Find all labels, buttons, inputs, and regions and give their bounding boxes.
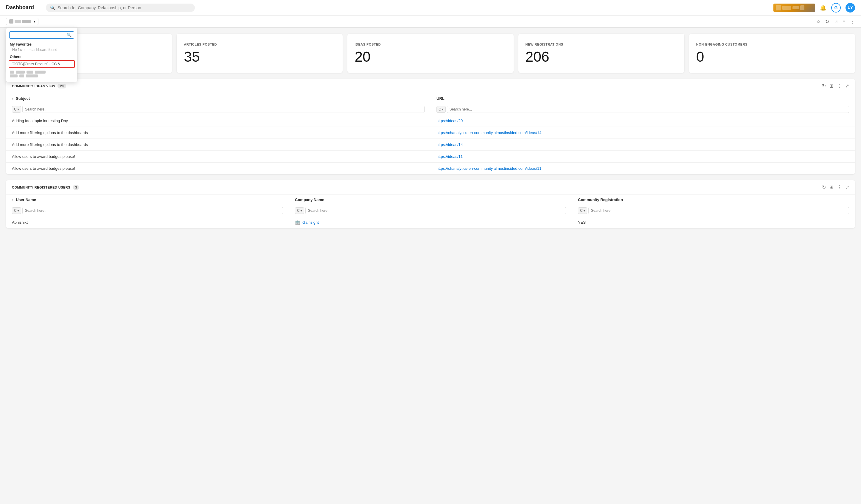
stat-card-new-registrations: NEW REGISTRATIONS 206: [518, 34, 684, 73]
col-user-name: ↑ User Name: [6, 194, 289, 205]
dashboard-selector[interactable]: ▾: [6, 18, 38, 25]
subject-filter[interactable]: C ▾: [12, 106, 425, 113]
registration-filter-input[interactable]: [588, 207, 849, 214]
avatar[interactable]: UY: [846, 3, 855, 13]
dashboard-dropdown: 🔍 My Favorites No favorite dashboard fou…: [6, 27, 78, 82]
ideas-filter-row: C ▾ C ▾: [6, 104, 855, 115]
ideas-table-toolbar: ↻ ⊞ ⋮ ⤢: [822, 83, 849, 89]
selector-block-1: [9, 19, 13, 24]
search-input[interactable]: [57, 5, 191, 10]
registration-filter[interactable]: C ▾: [578, 207, 849, 214]
others-label: Others: [6, 54, 77, 59]
more-options-icon[interactable]: ⋮: [850, 19, 855, 24]
ideas-expand-icon[interactable]: ⤢: [845, 83, 849, 89]
ideas-refresh-icon[interactable]: ↻: [822, 83, 826, 89]
url-filter[interactable]: C ▾: [436, 106, 849, 113]
table-row: Allow users to award badges please! http…: [6, 163, 855, 175]
page-title: Dashboard: [6, 4, 34, 11]
subject-filter-prefix[interactable]: C ▾: [12, 106, 21, 113]
col-registration: Community Registration: [572, 194, 855, 205]
dropdown-sub-items: [6, 69, 77, 80]
subject-cell-3: Allow users to award badges please!: [6, 151, 430, 163]
col-subject: ↑ Subject: [6, 93, 430, 104]
url-filter-input[interactable]: [447, 106, 849, 113]
company-filter[interactable]: C ▾: [295, 207, 566, 214]
registration-filter-prefix[interactable]: C ▾: [578, 207, 587, 214]
community-ideas-count: 20: [57, 84, 66, 88]
ideas-grid-icon[interactable]: ⊞: [830, 83, 833, 89]
registration-filter-cell: C ▾: [572, 205, 855, 216]
stat-cards-row: CUSTOMERS ENGAGEMENT 448 ARTICLES POSTED…: [6, 34, 855, 73]
url-link-0[interactable]: https://ideas/20: [436, 119, 463, 123]
stat-card-non-engaging: NON-ENGAGING CUSTOMERS 0: [689, 34, 855, 73]
brand-block-1: [776, 5, 781, 11]
sub-row-1: [10, 71, 73, 73]
table-row: Abhishikt 🏢 Gainsight YES: [6, 216, 855, 229]
community-users-title: COMMUNITY REGISTERED USERS: [12, 186, 70, 189]
sort-up-icon: ↑: [12, 97, 14, 100]
url-filter-chevron-icon: ▾: [442, 107, 443, 111]
stat-label-2: IDEAS POSTED: [355, 43, 506, 46]
users-expand-icon[interactable]: ⤢: [845, 185, 849, 190]
no-favorites-text: No favorite dashboard found: [6, 47, 77, 54]
subject-filter-cell: C ▾: [6, 104, 430, 115]
subject-filter-input[interactable]: [22, 106, 425, 113]
company-cell-0: 🏢 Gainsight: [289, 216, 572, 229]
share-icon[interactable]: ⑂: [843, 19, 846, 24]
gainsight-icon[interactable]: G: [831, 3, 841, 13]
user-name-filter[interactable]: C ▾: [12, 207, 283, 214]
user-name-filter-input[interactable]: [22, 207, 283, 214]
sort-up-icon: ↑: [12, 198, 14, 202]
users-filter-row: C ▾ C ▾: [6, 205, 855, 216]
building-icon: 🏢: [295, 220, 300, 224]
company-filter-prefix[interactable]: C ▾: [295, 207, 304, 214]
users-refresh-icon[interactable]: ↻: [822, 185, 826, 190]
user-name-filter-cell: C ▾: [6, 205, 289, 216]
selector-blocks: [9, 19, 31, 24]
url-link-1[interactable]: https://chanalytics-en-community.almosti…: [436, 131, 541, 135]
user-name-cell-0: Abhishikt: [6, 216, 289, 229]
url-link-3[interactable]: https://ideas/11: [436, 154, 463, 159]
selected-dashboard-item[interactable]: [OOTB][Cross Product] - CC &...: [9, 60, 75, 68]
sub-block-1: [10, 71, 14, 73]
url-filter-prefix[interactable]: C ▾: [436, 106, 446, 113]
company-filter-cell: C ▾: [289, 205, 572, 216]
url-link-4[interactable]: https://chanalytics-en-community.almosti…: [436, 166, 541, 171]
ideas-header-row: ↑ Subject URL: [6, 93, 855, 104]
sub-block-5: [10, 74, 17, 78]
users-header-row: ↑ User Name Company Name Community Regis…: [6, 194, 855, 205]
selector-block-3: [22, 20, 31, 23]
community-users-section: COMMUNITY REGISTERED USERS 3 ↻ ⊞ ⋮ ⤢ ↑ U…: [6, 180, 855, 228]
community-ideas-section: COMMUNITY IDEAS VIEW 20 ↻ ⊞ ⋮ ⤢ ↑ Subjec…: [6, 79, 855, 174]
star-icon[interactable]: ☆: [816, 19, 820, 24]
selector-block-2: [15, 20, 21, 23]
table-row: Add more filtering options to the dashbo…: [6, 139, 855, 151]
dropdown-search-row[interactable]: 🔍: [9, 31, 74, 39]
dropdown-search-input[interactable]: [12, 33, 65, 37]
stat-value-2: 20: [355, 50, 506, 64]
filter-icon[interactable]: ⊿: [834, 19, 838, 24]
user-filter-prefix[interactable]: C ▾: [12, 207, 21, 214]
toolbar-right-icons: ☆ ↻ ⊿ ⑂ ⋮: [816, 19, 855, 24]
dropdown-search-icon: 🔍: [67, 33, 71, 37]
stat-label-3: NEW REGISTRATIONS: [525, 43, 677, 46]
ideas-more-icon[interactable]: ⋮: [837, 83, 842, 89]
chevron-down-icon: ▾: [34, 20, 35, 23]
community-ideas-table: ↑ Subject URL C ▾: [6, 93, 855, 174]
users-more-icon[interactable]: ⋮: [837, 185, 842, 190]
refresh-icon[interactable]: ↻: [825, 19, 829, 24]
notification-icon[interactable]: 🔔: [820, 4, 826, 11]
company-filter-input[interactable]: [305, 207, 566, 214]
users-grid-icon[interactable]: ⊞: [830, 185, 833, 190]
dashboard-toolbar: ▾ 🔍 My Favorites No favorite dashboard f…: [0, 15, 861, 28]
table-row: Adding Idea topic for testing Day 1 http…: [6, 115, 855, 127]
global-search[interactable]: 🔍: [46, 3, 195, 12]
community-users-header: COMMUNITY REGISTERED USERS 3 ↻ ⊞ ⋮ ⤢: [6, 180, 855, 194]
url-link-2[interactable]: https://ideas/14: [436, 142, 463, 147]
brand-block-2: [782, 6, 791, 10]
brand-block-3: [792, 6, 799, 9]
community-users-table: ↑ User Name Company Name Community Regis…: [6, 194, 855, 228]
brand-bar: [774, 3, 815, 12]
sub-block-3: [27, 71, 33, 73]
company-link-0[interactable]: Gainsight: [302, 220, 319, 224]
